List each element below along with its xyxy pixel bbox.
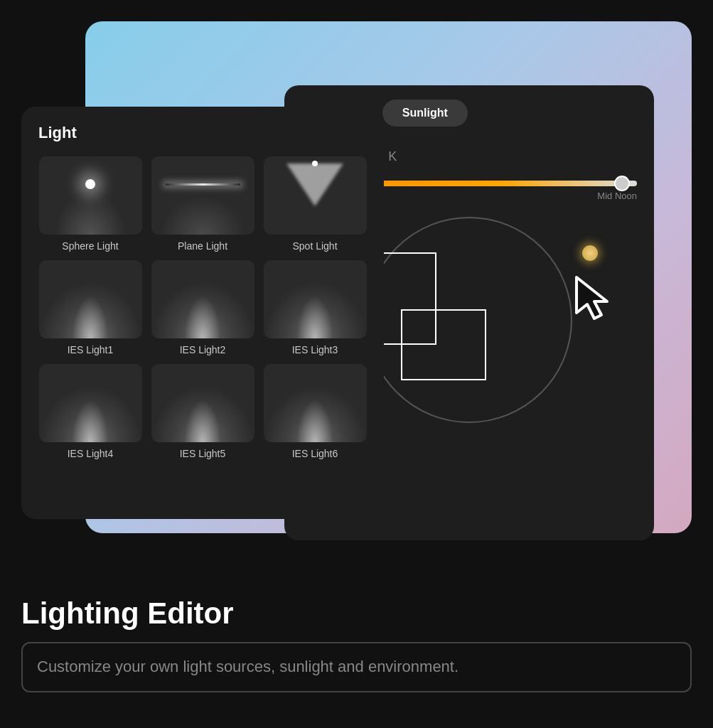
bottom-desc-box: Customize your own light sources, sunlig… <box>21 642 692 692</box>
ies1-center <box>69 289 112 338</box>
ies2-center <box>181 289 224 338</box>
ies3-center <box>294 289 336 338</box>
light-label-sphere: Sphere Light <box>62 240 118 252</box>
light-thumb-plane <box>151 156 254 235</box>
light-grid: Sphere Light Plane Light Spot Ligh <box>38 156 367 459</box>
tab-sunlight[interactable]: Sunlight <box>382 100 468 127</box>
ies5-center <box>181 392 224 442</box>
light-thumb-ies3 <box>264 260 367 338</box>
light-label-ies5: IES Light5 <box>180 448 226 459</box>
main-container: Interior Sunlight 6500 K Morning Mid Noo… <box>0 0 713 728</box>
light-label-ies1: IES Light1 <box>68 344 114 355</box>
light-thumb-ies1 <box>39 260 142 338</box>
light-item-ies3[interactable]: IES Light3 <box>263 260 367 355</box>
light-item-ies4[interactable]: IES Light4 <box>38 364 142 459</box>
spot-cone-wrapper <box>286 164 343 206</box>
light-thumb-sphere <box>39 156 142 235</box>
light-thumb-spot <box>264 156 367 235</box>
bottom-desc-text: Customize your own light sources, sunlig… <box>37 656 676 678</box>
sun-indicator <box>582 245 598 261</box>
light-label-spot: Spot Light <box>292 240 337 252</box>
plane-line <box>166 183 240 186</box>
cursor-arrow <box>566 270 623 330</box>
light-item-ies5[interactable]: IES Light5 <box>151 364 254 459</box>
bottom-section: Lighting Editor Customize your own light… <box>21 596 692 692</box>
light-thumb-ies5 <box>151 364 254 442</box>
color-temp-unit: K <box>388 149 397 164</box>
spot-cone <box>286 164 343 206</box>
floor-plan-rect2 <box>401 309 486 380</box>
ies4-center <box>69 392 112 442</box>
light-label-ies4: IES Light4 <box>68 448 114 459</box>
bottom-title: Lighting Editor <box>21 596 692 631</box>
spot-tip <box>312 161 318 166</box>
sun-dot <box>582 245 598 261</box>
light-label-ies3: IES Light3 <box>292 344 338 355</box>
light-thumb-ies4 <box>39 364 142 442</box>
light-item-ies1[interactable]: IES Light1 <box>38 260 142 355</box>
light-item-sphere[interactable]: Sphere Light <box>38 156 142 252</box>
light-item-ies2[interactable]: IES Light2 <box>151 260 254 355</box>
light-label-ies6: IES Light6 <box>292 448 338 459</box>
light-item-ies6[interactable]: IES Light6 <box>263 364 367 459</box>
sphere-glow <box>55 192 126 235</box>
light-thumb-ies6 <box>264 364 367 442</box>
light-panel-title: Light <box>38 124 367 142</box>
light-thumb-ies2 <box>151 260 254 338</box>
svg-marker-0 <box>577 277 607 318</box>
time-label-midnoon: Mid Noon <box>597 191 637 201</box>
plane-glow <box>160 196 245 235</box>
light-item-plane[interactable]: Plane Light <box>151 156 254 252</box>
ies6-center <box>294 392 336 442</box>
light-label-plane: Plane Light <box>178 240 227 252</box>
time-slider-thumb[interactable] <box>614 176 630 191</box>
light-item-spot[interactable]: Spot Light <box>263 156 367 252</box>
light-panel: Light Sphere Light Plane Light <box>21 107 384 519</box>
light-label-ies2: IES Light2 <box>180 344 226 355</box>
